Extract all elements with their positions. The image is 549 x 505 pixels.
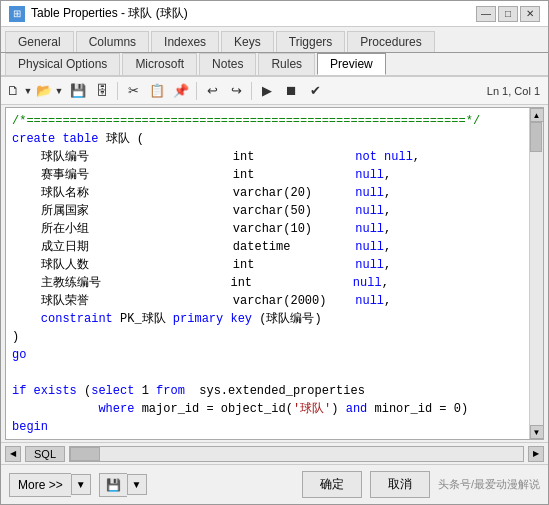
window-title: Table Properties - 球队 (球队) (31, 5, 188, 22)
vertical-scrollbar: ▲ ▼ (529, 108, 543, 439)
tab-notes[interactable]: Notes (199, 53, 256, 75)
more-dropdown-arrow[interactable]: ▼ (71, 474, 91, 495)
toolbar-sep3 (251, 82, 252, 100)
toolbar-run-btn[interactable]: ▶ (256, 80, 278, 102)
h-scroll-thumb[interactable] (70, 447, 100, 461)
toolbar-redo-btn[interactable]: ↪ (225, 80, 247, 102)
toolbar-open-arrow[interactable]: ▼ (53, 80, 65, 102)
more-button-group: More >> ▼ (9, 473, 91, 497)
save-icon: 💾 (106, 478, 121, 492)
title-bar-controls: — □ ✕ (476, 6, 540, 22)
scroll-right-arrow[interactable]: ▶ (528, 446, 544, 462)
maximize-button[interactable]: □ (498, 6, 518, 22)
title-bar: ⊞ Table Properties - 球队 (球队) — □ ✕ (1, 1, 548, 27)
tab-triggers[interactable]: Triggers (276, 31, 346, 52)
tabs-row1: General Columns Indexes Keys Triggers Pr… (1, 27, 548, 53)
close-button[interactable]: ✕ (520, 6, 540, 22)
cursor-status: Ln 1, Col 1 (487, 85, 544, 97)
scroll-up-arrow[interactable]: ▲ (530, 108, 544, 122)
tab-procedures[interactable]: Procedures (347, 31, 434, 52)
toolbar-stop-btn[interactable]: ⏹ (280, 80, 302, 102)
toolbar: 🗋 ▼ 📂 ▼ 💾 🗄 ✂ 📋 📌 ↩ ↪ ▶ ⏹ ✔ Ln 1, Col 1 (1, 77, 548, 105)
code-editor[interactable]: /*======================================… (6, 108, 529, 439)
tab-rules[interactable]: Rules (258, 53, 315, 75)
save-dropdown-arrow[interactable]: ▼ (127, 474, 147, 495)
save-button-group: 💾 ▼ (99, 473, 147, 497)
toolbar-saveall-btn[interactable]: 🗄 (91, 80, 113, 102)
confirm-button[interactable]: 确定 (302, 471, 362, 498)
bottom-bar: ◀ SQL ▶ (1, 442, 548, 464)
main-window: ⊞ Table Properties - 球队 (球队) — □ ✕ Gener… (0, 0, 549, 505)
toolbar-sep1 (117, 82, 118, 100)
title-bar-left: ⊞ Table Properties - 球队 (球队) (9, 5, 188, 22)
toolbar-save-btn[interactable]: 💾 (67, 80, 89, 102)
tab-preview[interactable]: Preview (317, 53, 386, 75)
scroll-down-arrow[interactable]: ▼ (530, 425, 544, 439)
tab-microsoft[interactable]: Microsoft (122, 53, 197, 75)
tab-columns[interactable]: Columns (76, 31, 149, 52)
app-icon: ⊞ (9, 6, 25, 22)
tab-keys[interactable]: Keys (221, 31, 274, 52)
scroll-track[interactable] (530, 122, 543, 425)
tab-physical-options[interactable]: Physical Options (5, 53, 120, 75)
toolbar-new-btn[interactable]: 🗋 (5, 80, 21, 102)
toolbar-copy-btn[interactable]: 📋 (146, 80, 168, 102)
toolbar-new-arrow[interactable]: ▼ (22, 80, 34, 102)
toolbar-sep2 (196, 82, 197, 100)
save-button[interactable]: 💾 (99, 473, 127, 497)
toolbar-paste-btn[interactable]: 📌 (170, 80, 192, 102)
cancel-button[interactable]: 取消 (370, 471, 430, 498)
sql-tab[interactable]: SQL (25, 446, 65, 462)
toolbar-open-btn[interactable]: 📂 (36, 80, 52, 102)
scroll-left-arrow[interactable]: ◀ (5, 446, 21, 462)
editor-area: /*======================================… (5, 107, 544, 440)
minimize-button[interactable]: — (476, 6, 496, 22)
toolbar-open-dropdown: 📂 ▼ (36, 80, 65, 102)
toolbar-undo-btn[interactable]: ↩ (201, 80, 223, 102)
more-button[interactable]: More >> (9, 473, 71, 497)
toolbar-new-dropdown: 🗋 ▼ (5, 80, 34, 102)
horizontal-scrollbar[interactable] (69, 446, 524, 462)
toolbar-cut-btn[interactable]: ✂ (122, 80, 144, 102)
tab-general[interactable]: General (5, 31, 74, 52)
toolbar-check-btn[interactable]: ✔ (304, 80, 326, 102)
scroll-thumb[interactable] (530, 122, 542, 152)
tab-indexes[interactable]: Indexes (151, 31, 219, 52)
footer: More >> ▼ 💾 ▼ 确定 取消 头条号/最爱动漫解说 (1, 464, 548, 504)
watermark-text: 头条号/最爱动漫解说 (438, 477, 540, 492)
tabs-row2: Physical Options Microsoft Notes Rules P… (1, 53, 548, 77)
